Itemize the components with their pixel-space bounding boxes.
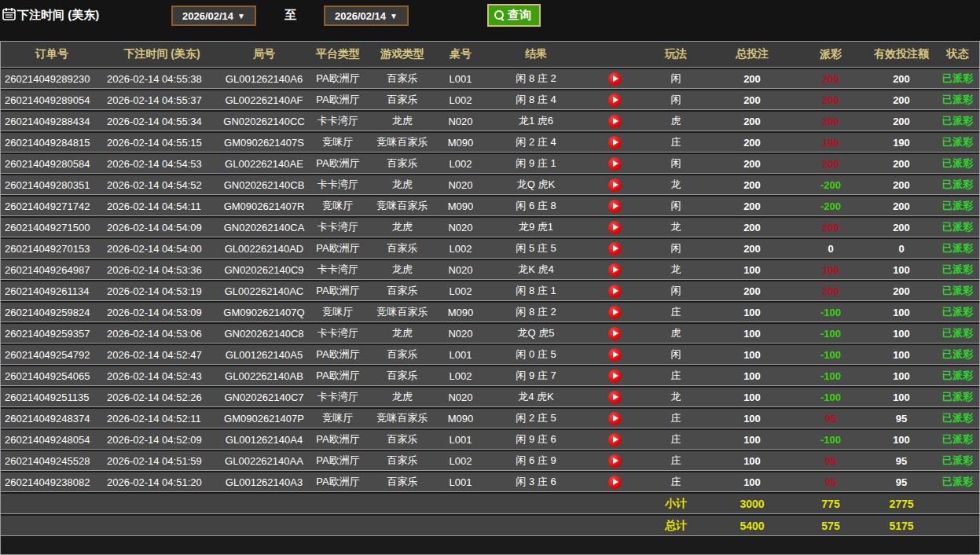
cell-total-bet: 100 (710, 391, 795, 403)
cell-game-type: 百家乐 (369, 369, 436, 383)
play-video-icon[interactable] (608, 242, 622, 255)
subtotal-valid-bet: 2775 (867, 498, 936, 510)
cell-order-id: 260214049289230 (1, 73, 103, 85)
cell-round-id: GN020262140CB (221, 179, 307, 191)
play-video-icon[interactable] (608, 306, 622, 319)
cell-play: 庄 (642, 305, 710, 319)
date-from-select[interactable]: 2026/02/14 ▼ (171, 6, 256, 26)
cell-video (587, 135, 642, 149)
play-video-icon[interactable] (608, 348, 622, 362)
header-payout: 派彩 (795, 47, 867, 61)
cell-game-type: 龙虎 (369, 263, 436, 277)
cell-order-id: 260214049261134 (1, 285, 103, 297)
cell-total-bet: 200 (710, 179, 795, 191)
cell-bet-time: 2026-02-14 04:52:47 (103, 349, 221, 361)
play-video-icon[interactable] (608, 391, 622, 404)
grand-total-total-bet: 5400 (710, 520, 795, 532)
play-video-icon[interactable] (608, 221, 622, 234)
cell-bet-time: 2026-02-14 04:52:11 (103, 413, 221, 425)
cell-round-id: GM0902621407S (221, 137, 307, 149)
query-button[interactable]: 查询 (487, 4, 541, 27)
cell-play: 闲 (642, 93, 710, 107)
cell-game-type: 百家乐 (369, 347, 436, 362)
cell-order-id: 260214049284815 (1, 137, 103, 149)
cell-platform: 卡卡湾厅 (307, 178, 369, 192)
cell-table-no: L002 (436, 455, 485, 467)
filter-bar: 下注时间 (美东) 2026/02/14 ▼ 至 2026/02/14 ▼ 查询 (0, 0, 980, 41)
play-video-icon[interactable] (608, 454, 622, 468)
play-video-icon[interactable] (608, 327, 622, 340)
cell-play: 闲 (642, 347, 710, 362)
cell-platform: PA欧洲厅 (307, 93, 369, 107)
play-video-icon[interactable] (608, 200, 622, 213)
play-video-icon[interactable] (608, 285, 622, 298)
to-label: 至 (284, 8, 296, 23)
cell-video (587, 326, 642, 340)
cell-valid-bet: 95 (867, 476, 936, 488)
cell-payout: 200 (795, 158, 867, 170)
cell-total-bet: 100 (710, 370, 795, 382)
cell-status: 已派彩 (936, 220, 979, 234)
cell-status: 已派彩 (936, 347, 979, 362)
cell-game-type: 竞咪百家乐 (369, 305, 436, 319)
cell-total-bet: 100 (710, 455, 795, 467)
cell-result: 闲 8 庄 2 (485, 305, 587, 319)
cell-round-id: GN020262140C8 (221, 328, 307, 340)
table-row: 260214049271742 2026-02-14 04:54:11 GM09… (1, 197, 979, 216)
chevron-down-icon: ▼ (390, 12, 398, 20)
cell-round-id: GM0902621407Q (221, 307, 307, 318)
subtotal-label: 小计 (642, 497, 710, 511)
cell-platform: 卡卡湾厅 (307, 263, 369, 277)
cell-status: 已派彩 (936, 284, 979, 298)
play-video-icon[interactable] (608, 412, 622, 425)
cell-platform: 卡卡湾厅 (307, 114, 369, 128)
cell-total-bet: 100 (710, 349, 795, 361)
cell-play: 虎 (642, 326, 710, 340)
cell-platform: 卡卡湾厅 (307, 390, 369, 404)
cell-status: 已派彩 (936, 72, 979, 86)
cell-payout: 100 (795, 264, 867, 276)
cell-table-no: L002 (436, 370, 485, 382)
cell-bet-time: 2026-02-14 04:51:59 (103, 455, 221, 467)
play-video-icon[interactable] (608, 136, 622, 149)
play-video-icon[interactable] (608, 433, 622, 447)
play-video-icon[interactable] (608, 476, 622, 489)
cell-total-bet: 200 (710, 116, 795, 127)
cell-video (587, 411, 642, 425)
play-video-icon[interactable] (608, 178, 622, 192)
cell-status: 已派彩 (936, 326, 979, 340)
cell-platform: 竞咪厅 (307, 305, 369, 319)
cell-round-id: GL002262140AB (221, 370, 307, 382)
table-footer: 小计 3000 775 2775 总计 5400 575 5175 (1, 494, 979, 536)
play-video-icon[interactable] (608, 94, 622, 107)
cell-order-id: 260214049251135 (1, 391, 103, 403)
cell-video (587, 284, 642, 297)
cell-table-no: N020 (436, 264, 485, 276)
subtotal-row: 小计 3000 775 2775 (1, 494, 979, 514)
cell-result: 闲 6 庄 8 (485, 199, 587, 213)
play-video-icon[interactable] (608, 157, 622, 171)
cell-payout: -200 (795, 200, 867, 212)
cell-video (587, 199, 642, 212)
play-video-icon[interactable] (608, 72, 622, 86)
table-row: 260214049288434 2026-02-14 04:55:34 GN02… (1, 112, 979, 131)
cell-bet-time: 2026-02-14 04:54:00 (103, 243, 221, 255)
play-video-icon[interactable] (608, 369, 622, 383)
cell-table-no: M090 (436, 307, 485, 318)
cell-order-id: 260214049238082 (1, 476, 103, 488)
date-to-select[interactable]: 2026/02/14 ▼ (324, 6, 409, 26)
play-video-icon[interactable] (608, 115, 622, 128)
cell-table-no: N020 (436, 328, 485, 340)
cell-platform: PA欧洲厅 (307, 284, 369, 298)
cell-game-type: 百家乐 (369, 72, 436, 86)
play-video-icon[interactable] (608, 263, 622, 277)
bet-time-label: 下注时间 (美东) (17, 8, 99, 23)
cell-table-no: N020 (436, 222, 485, 233)
table-row: 260214049280351 2026-02-14 04:54:52 GN02… (1, 175, 979, 195)
cell-bet-time: 2026-02-14 04:54:09 (103, 222, 221, 233)
cell-video (587, 156, 642, 170)
cell-result: 闲 0 庄 5 (485, 347, 587, 362)
cell-result: 龙Q 虎K (485, 178, 587, 192)
cell-play: 龙 (642, 390, 710, 404)
cell-game-type: 百家乐 (369, 432, 436, 447)
